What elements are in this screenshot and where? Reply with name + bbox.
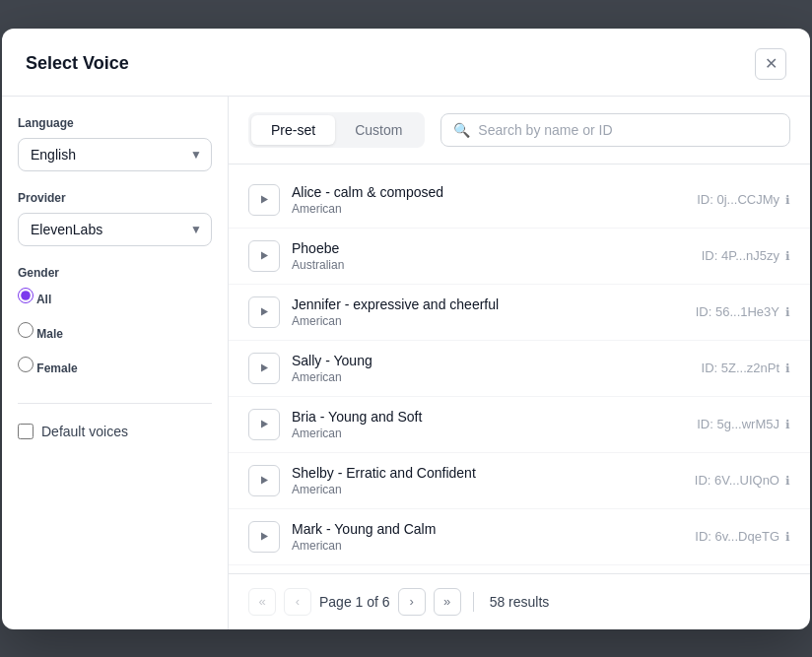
gender-male-radio[interactable] xyxy=(18,322,34,338)
play-button[interactable] xyxy=(248,184,280,216)
voice-id: ID: 5g...wrM5J ℹ xyxy=(697,417,790,431)
voice-id-text: ID: 6V...UIQnO xyxy=(695,473,779,488)
gender-section: Gender All Male Female xyxy=(18,266,212,383)
search-icon: 🔍 xyxy=(453,122,470,138)
voice-tag: American xyxy=(292,314,684,328)
tab-custom[interactable]: Custom xyxy=(335,115,422,145)
voice-id-text: ID: 5Z...z2nPt xyxy=(702,361,779,375)
gender-female-option[interactable]: Female xyxy=(18,357,212,375)
voice-id: ID: 6v...DqeTG ℹ xyxy=(695,529,790,544)
info-icon[interactable]: ℹ xyxy=(785,474,790,488)
play-button[interactable] xyxy=(248,240,280,272)
voice-info: Alice - calm & composed American xyxy=(292,184,685,216)
voice-tag: American xyxy=(292,370,690,384)
search-box: 🔍 xyxy=(440,113,790,147)
sidebar: Language English Spanish French German ▼… xyxy=(2,97,229,629)
gender-all-radio[interactable] xyxy=(18,288,34,303)
play-button[interactable] xyxy=(248,409,280,440)
gender-all-option[interactable]: All xyxy=(18,288,212,306)
voice-id: ID: 0j...CCJMy ℹ xyxy=(697,192,790,207)
voice-name: Phoebe xyxy=(292,240,690,256)
info-icon[interactable]: ℹ xyxy=(785,193,790,207)
info-icon[interactable]: ℹ xyxy=(785,305,790,319)
voice-tag: American xyxy=(292,202,685,216)
voice-list-item[interactable]: Phoebe Australian ID: 4P...nJ5zy ℹ xyxy=(229,229,810,285)
modal-header: Select Voice ✕ xyxy=(2,29,810,97)
voice-list-item[interactable]: Jennifer - expressive and cheerful Ameri… xyxy=(229,285,810,341)
gender-group: All Male Female xyxy=(18,288,212,383)
voice-list-item[interactable]: Bria - Young and Soft American ID: 5g...… xyxy=(229,397,810,453)
first-page-button[interactable]: « xyxy=(248,588,276,616)
gender-female-label: Female xyxy=(36,361,77,375)
voice-name: Sally - Young xyxy=(292,353,690,368)
info-icon[interactable]: ℹ xyxy=(785,249,790,263)
voice-list-item[interactable]: Alice - calm & composed American ID: 0j.… xyxy=(229,172,810,229)
voice-id: ID: 4P...nJ5zy ℹ xyxy=(702,248,790,263)
gender-label: Gender xyxy=(18,266,212,280)
page-label: Page 1 of 6 xyxy=(319,594,390,610)
voice-id-text: ID: 4P...nJ5zy xyxy=(702,248,779,263)
info-icon[interactable]: ℹ xyxy=(785,418,790,431)
default-voices-checkbox[interactable] xyxy=(18,424,34,439)
provider-label: Provider xyxy=(18,191,212,205)
voice-info: Mark - Young and Calm American xyxy=(292,521,683,553)
voice-info: Jennifer - expressive and cheerful Ameri… xyxy=(292,296,684,328)
pagination-divider xyxy=(473,592,474,612)
default-voices-option[interactable]: Default voices xyxy=(18,424,212,439)
voice-name: Bria - Young and Soft xyxy=(292,409,685,425)
voice-list-item[interactable]: Shelby - Erratic and Confident American … xyxy=(229,453,810,509)
voice-info: Shelby - Erratic and Confident American xyxy=(292,465,683,496)
voice-name: Mark - Young and Calm xyxy=(292,521,683,537)
tab-preset[interactable]: Pre-set xyxy=(251,115,335,145)
gender-all-label: All xyxy=(36,293,51,306)
results-count: 58 results xyxy=(490,594,550,610)
last-page-button[interactable]: » xyxy=(434,588,461,616)
voice-info: Sally - Young American xyxy=(292,353,690,384)
language-select-wrapper: English Spanish French German ▼ xyxy=(18,138,212,171)
provider-select-wrapper: ElevenLabs Google Amazon ▼ xyxy=(18,213,212,246)
voice-tag: Australian xyxy=(292,258,690,272)
tab-group: Pre-set Custom xyxy=(248,112,425,148)
voice-id-text: ID: 6v...DqeTG xyxy=(695,529,779,544)
gender-male-label: Male xyxy=(36,327,63,341)
voice-name: Shelby - Erratic and Confident xyxy=(292,465,683,481)
info-icon[interactable]: ℹ xyxy=(785,361,790,375)
provider-select[interactable]: ElevenLabs Google Amazon xyxy=(18,213,212,246)
voice-info: Phoebe Australian xyxy=(292,240,690,272)
provider-section: Provider ElevenLabs Google Amazon ▼ xyxy=(18,191,212,246)
voice-list: Alice - calm & composed American ID: 0j.… xyxy=(229,164,810,573)
voice-id: ID: 6V...UIQnO ℹ xyxy=(695,473,790,488)
search-input[interactable] xyxy=(478,122,778,138)
play-button[interactable] xyxy=(248,353,280,384)
language-select[interactable]: English Spanish French German xyxy=(18,138,212,171)
voice-id-text: ID: 56...1He3Y xyxy=(696,304,779,319)
modal-body: Language English Spanish French German ▼… xyxy=(2,97,810,629)
gender-female-radio[interactable] xyxy=(18,357,34,372)
voice-tag: American xyxy=(292,427,685,440)
close-button[interactable]: ✕ xyxy=(755,48,786,80)
main-toolbar: Pre-set Custom 🔍 xyxy=(229,97,810,164)
modal-title: Select Voice xyxy=(26,53,129,74)
voice-tag: American xyxy=(292,539,683,553)
voice-info: Bria - Young and Soft American xyxy=(292,409,685,440)
voice-name: Alice - calm & composed xyxy=(292,184,685,200)
language-label: Language xyxy=(18,116,212,130)
main-content: Pre-set Custom 🔍 Alice - calm & composed… xyxy=(229,97,810,629)
play-button[interactable] xyxy=(248,465,280,496)
play-button[interactable] xyxy=(248,296,280,328)
voice-id-text: ID: 5g...wrM5J xyxy=(697,417,779,431)
info-icon[interactable]: ℹ xyxy=(785,530,790,544)
select-voice-modal: Select Voice ✕ Language English Spanish … xyxy=(2,29,810,629)
play-button[interactable] xyxy=(248,521,280,553)
voice-id: ID: 5Z...z2nPt ℹ xyxy=(702,361,790,375)
sidebar-divider xyxy=(18,403,212,404)
language-section: Language English Spanish French German ▼ xyxy=(18,116,212,171)
gender-male-option[interactable]: Male xyxy=(18,322,212,341)
voice-id-text: ID: 0j...CCJMy xyxy=(697,192,779,207)
voice-list-item[interactable]: Sally - Young American ID: 5Z...z2nPt ℹ xyxy=(229,341,810,397)
voice-tag: American xyxy=(292,483,683,496)
voice-list-item[interactable]: Mark - Young and Calm American ID: 6v...… xyxy=(229,509,810,565)
next-page-button[interactable]: › xyxy=(398,588,426,616)
voice-id: ID: 56...1He3Y ℹ xyxy=(696,304,790,319)
prev-page-button[interactable]: ‹ xyxy=(284,588,311,616)
